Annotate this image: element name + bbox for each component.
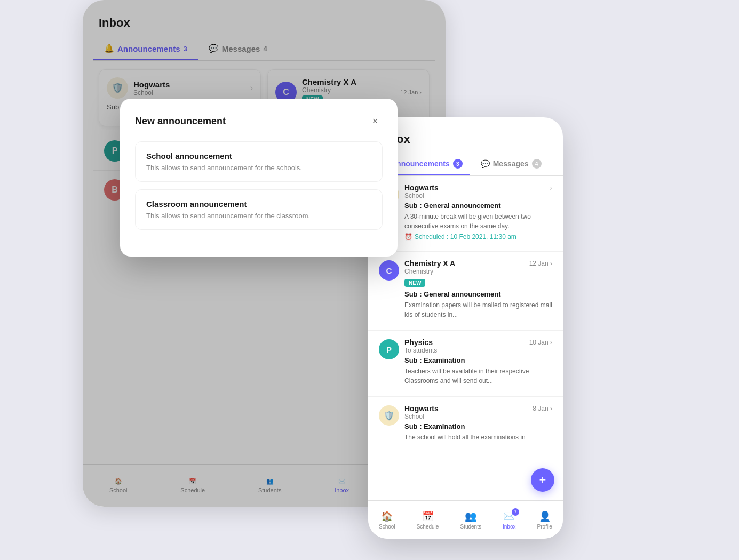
- classroom-announcement-option[interactable]: Classroom announcement This allows to se…: [135, 189, 383, 230]
- item-preview-1: A 30-minute break will be given between …: [404, 212, 552, 231]
- item-name-4: Hogwarts: [404, 404, 439, 413]
- clock-icon: ⏰: [404, 233, 412, 241]
- announcement-physics[interactable]: P Physics 10 Jan › To students Sub : Exa…: [368, 331, 563, 397]
- item-subject-2: Sub : General announcement: [404, 290, 552, 298]
- fg-tab-messages[interactable]: 💬 Messages 4: [481, 154, 549, 175]
- school-announcement-desc: This allows to send announcement for the…: [146, 164, 371, 172]
- modal-title: New announcement: [135, 116, 226, 127]
- avatar-hogwarts-2: 🛡️: [379, 405, 399, 426]
- fg-bottom-nav: 🏠 School 📅 Schedule 👥 Students ✉️ 7 Inbo…: [368, 500, 563, 539]
- modal-header: New announcement ×: [135, 114, 383, 129]
- announcement-hogwarts-exam[interactable]: 🛡️ Hogwarts 8 Jan › School Sub : Examina…: [368, 397, 563, 453]
- item-date-2: 12 Jan ›: [529, 260, 552, 267]
- avatar-physics: P: [379, 339, 399, 359]
- item-date-3: 10 Jan ›: [529, 339, 552, 346]
- fg-message-icon: 💬: [481, 159, 490, 168]
- item-name-3: Physics: [404, 338, 433, 347]
- inbox-nav-badge-container: ✉️ 7: [503, 510, 515, 522]
- profile-icon: 👤: [539, 510, 551, 522]
- item-name-2: Chemistry X A: [404, 259, 455, 268]
- school-announcement-title: School announcement: [146, 151, 371, 161]
- item-preview-3: Teachers will be available in their resp…: [404, 366, 552, 386]
- fg-nav-schedule[interactable]: 📅 Schedule: [417, 510, 439, 530]
- calendar-icon: 📅: [422, 510, 434, 522]
- messages-badge: 4: [532, 159, 542, 169]
- item-scheduled-1: ⏰ Scheduled : 10 Feb 2021, 11:30 am: [404, 233, 552, 241]
- classroom-announcement-desc: This allows to send announcement for the…: [146, 212, 371, 220]
- inbox-nav-count: 7: [512, 508, 519, 516]
- new-announcement-modal: New announcement × School announcement T…: [120, 99, 398, 257]
- item-date-4: 8 Jan ›: [533, 405, 552, 412]
- modal-close-button[interactable]: ×: [368, 114, 383, 129]
- fab-add-button[interactable]: +: [531, 468, 554, 492]
- item-type-3: To students: [404, 347, 552, 354]
- school-announcement-option[interactable]: School announcement This allows to send …: [135, 141, 383, 182]
- chevron-1: ›: [550, 183, 552, 192]
- fg-nav-inbox[interactable]: ✉️ 7 Inbox: [503, 510, 515, 530]
- avatar-chemistry-1: C: [379, 260, 399, 281]
- item-type-1: School: [404, 192, 552, 199]
- item-subject-1: Sub : General announcement: [404, 202, 552, 210]
- item-subject-3: Sub : Examination: [404, 356, 552, 364]
- item-type-4: School: [404, 413, 552, 420]
- announcements-badge: 3: [453, 159, 463, 169]
- fg-nav-students[interactable]: 👥 Students: [460, 510, 481, 530]
- item-name-1: Hogwarts: [404, 183, 439, 192]
- classroom-announcement-title: Classroom announcement: [146, 199, 371, 209]
- home-icon: 🏠: [381, 510, 393, 522]
- announcement-chemistry[interactable]: C Chemistry X A 12 Jan › Chemistry NEW S…: [368, 252, 563, 331]
- item-preview-4: The school will hold all the examination…: [404, 433, 552, 442]
- new-badge: NEW: [404, 279, 425, 287]
- item-preview-2: Examination papers will be mailed to reg…: [404, 300, 552, 319]
- students-icon: 👥: [465, 510, 476, 522]
- item-type-2: Chemistry: [404, 268, 552, 275]
- fg-nav-profile[interactable]: 👤 Profile: [537, 510, 552, 530]
- item-subject-4: Sub : Examination: [404, 422, 552, 430]
- fg-nav-school[interactable]: 🏠 School: [379, 510, 395, 530]
